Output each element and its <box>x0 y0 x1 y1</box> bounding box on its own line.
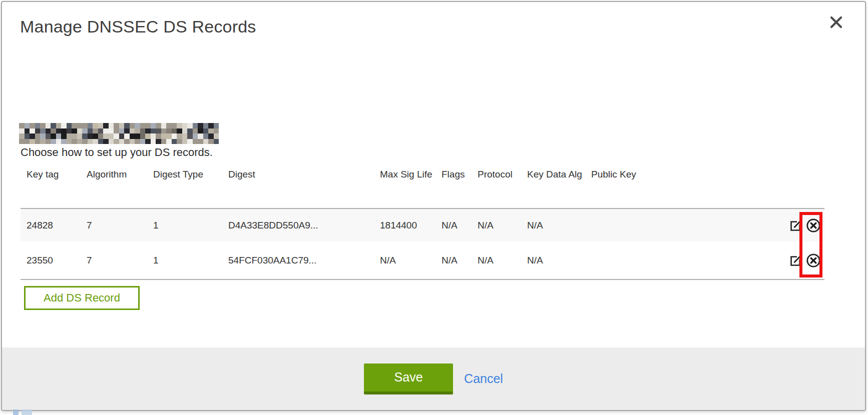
cell-actions <box>706 242 824 280</box>
cell-algorithm: 7 <box>81 242 147 280</box>
delete-record-button[interactable] <box>806 218 821 233</box>
cancel-link[interactable]: Cancel <box>464 372 503 386</box>
column-header-flags: Flags <box>436 169 472 208</box>
column-header-protocol: Protocol <box>472 169 521 208</box>
cell-protocol: N/A <box>472 242 521 280</box>
delete-circle-x-icon <box>806 253 821 268</box>
column-header-key-tag: Key tag <box>21 169 81 208</box>
edit-record-button[interactable] <box>789 254 802 267</box>
page-title: Manage DNSSEC DS Records <box>20 17 256 36</box>
column-header-digest-type: Digest Type <box>147 169 222 208</box>
redacted-domain-name <box>19 123 219 144</box>
instruction-text: Choose how to set up your DS records. <box>21 146 213 159</box>
cell-protocol: N/A <box>472 208 521 242</box>
ds-record-row: 23550 7 1 54FCF030AA1C79... N/A N/A N/A … <box>21 242 824 280</box>
edit-record-button[interactable] <box>789 218 802 232</box>
cell-public-key <box>585 208 706 242</box>
add-ds-record-button[interactable]: Add DS Record <box>24 286 140 310</box>
cell-actions <box>706 208 824 242</box>
column-header-digest: Digest <box>222 169 374 208</box>
cell-flags: N/A <box>436 242 472 280</box>
column-header-max-sig-life: Max Sig Life <box>374 169 436 208</box>
cell-digest-type: 1 <box>147 208 222 242</box>
save-button[interactable]: Save <box>364 364 453 394</box>
cell-max-sig-life: N/A <box>374 242 436 280</box>
cell-flags: N/A <box>436 208 472 242</box>
column-header-public-key: Public Key <box>585 169 706 208</box>
edit-pencil-icon <box>789 218 802 232</box>
cell-key-data-alg: N/A <box>521 208 585 242</box>
cell-key-data-alg: N/A <box>521 242 585 280</box>
cell-digest-type: 1 <box>147 242 222 280</box>
cell-algorithm: 7 <box>81 208 147 242</box>
cell-digest: 54FCF030AA1C79... <box>222 242 374 280</box>
cell-key-tag: 24828 <box>21 208 81 242</box>
close-button[interactable] <box>828 14 844 30</box>
table-header-row: Key tag Algorithm Digest Type Digest Max… <box>21 169 824 208</box>
delete-record-button[interactable] <box>806 253 821 268</box>
ds-records-table: Key tag Algorithm Digest Type Digest Max… <box>21 169 824 280</box>
edit-pencil-icon <box>789 254 802 267</box>
column-header-algorithm: Algorithm <box>81 169 147 208</box>
modal-footer: Save Cancel <box>2 348 865 410</box>
delete-circle-x-icon <box>806 218 821 233</box>
column-header-key-data-alg: Key Data Alg <box>521 169 585 208</box>
ds-record-row: 24828 7 1 D4A33E8DD550A9... 1814400 N/A … <box>21 208 824 242</box>
close-x-icon <box>829 16 843 29</box>
column-header-actions <box>706 169 824 208</box>
background-page-artifact <box>13 410 32 415</box>
cell-public-key <box>585 242 706 280</box>
cell-digest: D4A33E8DD550A9... <box>222 208 374 242</box>
manage-dnssec-ds-records-modal: Manage DNSSEC DS Records Choose how to s… <box>1 1 866 411</box>
cell-key-tag: 23550 <box>21 242 81 280</box>
cell-max-sig-life: 1814400 <box>374 208 436 242</box>
